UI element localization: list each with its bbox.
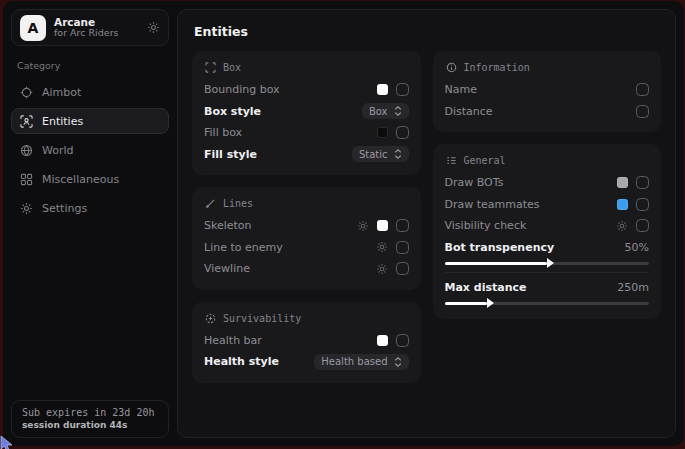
list-icon [446, 155, 457, 166]
category-label: Category [17, 60, 169, 71]
session-duration-text: session duration 44s [22, 420, 158, 430]
setting-label: Bot transpenency [445, 241, 625, 254]
row-gear-icon[interactable] [376, 263, 388, 275]
sidebar-item-label: Aimbot [42, 86, 81, 99]
color-swatch[interactable] [617, 199, 628, 210]
setting-row-draw-teammates: Draw teammates [445, 194, 650, 216]
health-bar-checkbox[interactable] [396, 334, 409, 347]
row-gear-icon[interactable] [376, 241, 388, 253]
information-card: Information Name Distance [433, 51, 662, 132]
name-checkbox[interactable] [636, 83, 649, 96]
sub-expiry-text: Sub expires in 23d 20h [22, 407, 158, 418]
setting-row-health-bar: Health bar [204, 330, 409, 352]
setting-row-fill-style: Fill style Static [204, 144, 409, 166]
sidebar-item-world[interactable]: World [11, 137, 169, 163]
gear-icon [20, 202, 33, 215]
divider [445, 272, 650, 273]
bot-transparency-group: Bot transpenency 50% [445, 239, 650, 265]
setting-label: Visibility check [445, 219, 617, 232]
line-to-enemy-checkbox[interactable] [396, 241, 409, 254]
app-subtitle: for Arc Riders [54, 28, 139, 39]
box-card: Box Bounding box Box style [192, 51, 421, 175]
draw-bots-checkbox[interactable] [636, 176, 649, 189]
setting-label: Health style [204, 355, 314, 368]
fill-style-select[interactable]: Static [352, 146, 409, 162]
updown-arrows-icon [394, 357, 402, 367]
setting-label: Fill box [204, 126, 377, 139]
line-icon [205, 198, 216, 209]
sidebar-item-label: Miscellaneous [42, 173, 119, 186]
sidebar-item-aimbot[interactable]: Aimbot [11, 79, 169, 105]
bounding-box-checkbox[interactable] [396, 83, 409, 96]
health-icon [205, 313, 216, 324]
page-title: Entities [194, 24, 661, 39]
slider-value: 250m [617, 281, 649, 294]
mouse-cursor [0, 435, 14, 449]
slider-value: 50% [625, 241, 649, 254]
color-swatch[interactable] [377, 335, 388, 346]
setting-label: Draw BOTs [445, 176, 618, 189]
setting-row-health-style: Health style Health based [204, 351, 409, 373]
app-logo: A [20, 15, 46, 41]
setting-label: Draw teammates [445, 198, 618, 211]
setting-row-line-to-enemy: Line to enemy [204, 237, 409, 259]
setting-row-skeleton: Skeleton [204, 215, 409, 237]
setting-row-name: Name [445, 79, 650, 101]
row-gear-icon[interactable] [357, 220, 369, 232]
row-gear-icon[interactable] [616, 220, 628, 232]
setting-label: Viewline [204, 262, 376, 275]
draw-teammates-checkbox[interactable] [636, 198, 649, 211]
bot-transparency-slider[interactable] [445, 262, 650, 265]
color-swatch[interactable] [377, 127, 388, 138]
screen: A Arcane for Arc Riders Category [0, 0, 685, 449]
general-card: General Draw BOTs Draw teammates [433, 144, 662, 319]
setting-label: Distance [445, 105, 637, 118]
sidebar-item-label: World [42, 144, 74, 157]
info-icon [446, 62, 457, 73]
health-style-select[interactable]: Health based [314, 354, 408, 370]
brand-gear-icon[interactable] [147, 21, 160, 34]
max-distance-group: Max distance 250m [445, 279, 650, 305]
section-title: General [464, 155, 506, 166]
globe-icon [20, 144, 33, 157]
viewline-checkbox[interactable] [396, 262, 409, 275]
setting-label: Health bar [204, 334, 377, 347]
section-title: Box [223, 62, 241, 73]
setting-label: Name [445, 83, 637, 96]
updown-arrows-icon [394, 149, 402, 159]
survivability-card: Survivability Health bar Health style [192, 302, 421, 383]
slider-thumb[interactable] [487, 298, 494, 308]
setting-label: Max distance [445, 281, 618, 294]
lines-card: Lines Skeleton [192, 187, 421, 290]
sidebar-item-entities[interactable]: Entities [11, 108, 169, 134]
scan-person-icon [20, 115, 33, 128]
subscription-card: Sub expires in 23d 20h session duration … [11, 400, 169, 438]
visibility-check-checkbox[interactable] [636, 219, 649, 232]
box-style-select[interactable]: Box [362, 103, 409, 119]
setting-row-box-style: Box style Box [204, 101, 409, 123]
color-swatch[interactable] [377, 220, 388, 231]
setting-label: Box style [204, 105, 362, 118]
grid-icon [20, 173, 33, 186]
sidebar-item-label: Settings [42, 202, 87, 215]
setting-row-draw-bots: Draw BOTs [445, 172, 650, 194]
distance-checkbox[interactable] [636, 105, 649, 118]
updown-arrows-icon [394, 106, 402, 116]
color-swatch[interactable] [377, 84, 388, 95]
setting-row-fill-box: Fill box [204, 122, 409, 144]
right-column: Information Name Distance [433, 51, 662, 319]
setting-row-bounding-box: Bounding box [204, 79, 409, 101]
color-swatch[interactable] [617, 177, 628, 188]
sidebar-nav: Aimbot Entities [11, 79, 169, 221]
sidebar-item-miscellaneous[interactable]: Miscellaneous [11, 166, 169, 192]
section-title: Survivability [223, 313, 301, 324]
left-column: Box Bounding box Box style [192, 51, 421, 383]
max-distance-slider[interactable] [445, 302, 650, 305]
sidebar-item-settings[interactable]: Settings [11, 195, 169, 221]
fill-box-checkbox[interactable] [396, 126, 409, 139]
skeleton-checkbox[interactable] [396, 219, 409, 232]
setting-label: Line to enemy [204, 241, 376, 254]
brand-card: A Arcane for Arc Riders [11, 9, 169, 46]
slider-thumb[interactable] [547, 258, 554, 268]
sidebar: A Arcane for Arc Riders Category [3, 1, 177, 446]
